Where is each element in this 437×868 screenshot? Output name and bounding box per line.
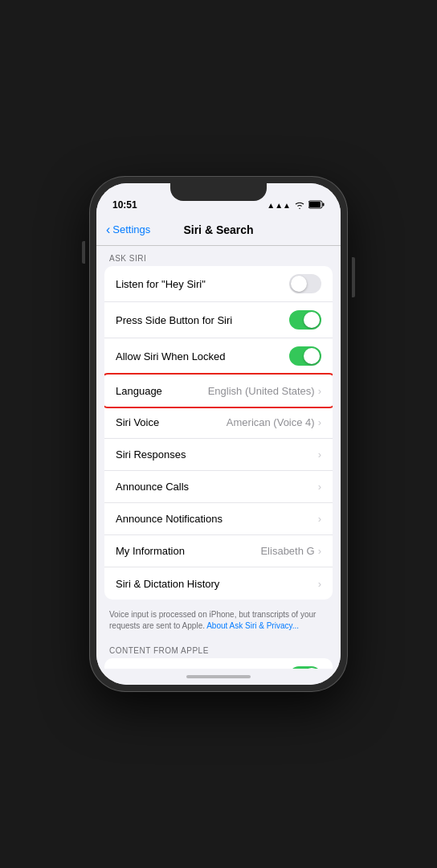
home-bar xyxy=(186,675,251,678)
phone-frame: 10:51 ▲▲▲ xyxy=(90,177,347,691)
status-icons: ▲▲▲ xyxy=(267,200,325,211)
toggle-knob xyxy=(304,668,320,669)
volume-button xyxy=(82,241,85,264)
announce-calls-label: Announce Calls xyxy=(116,481,318,493)
notch xyxy=(170,183,267,201)
language-row-container: Language English (United States) › xyxy=(104,375,333,407)
listen-hey-siri-toggle[interactable] xyxy=(289,274,321,293)
listen-hey-siri-row[interactable]: Listen for "Hey Siri" xyxy=(104,266,333,302)
language-label: Language xyxy=(116,385,208,397)
home-indicator xyxy=(96,669,341,685)
announce-notifications-chevron-icon: › xyxy=(318,513,321,525)
siri-voice-value: American (Voice 4) xyxy=(227,416,315,428)
status-time: 10:51 xyxy=(112,199,137,211)
announce-notifications-row[interactable]: Announce Notifications › xyxy=(104,503,333,535)
nav-bar: ‹ Settings Siri & Search xyxy=(96,214,341,246)
allow-locked-label: Allow Siri When Locked xyxy=(116,350,289,362)
wifi-icon xyxy=(294,201,305,211)
content-from-apple-section-label: CONTENT FROM APPLE xyxy=(96,638,341,658)
announce-notifications-label: Announce Notifications xyxy=(116,513,318,525)
siri-dictation-chevron-icon: › xyxy=(318,578,321,590)
signal-icon: ▲▲▲ xyxy=(267,201,291,210)
allow-locked-toggle[interactable] xyxy=(289,346,321,366)
press-side-button-toggle[interactable] xyxy=(289,310,321,330)
content-from-apple-group: Show in Look Up Show in Spotlight xyxy=(104,658,333,669)
press-side-button-row[interactable]: Press Side Button for Siri xyxy=(104,302,333,338)
toggle-knob xyxy=(304,312,320,328)
siri-responses-label: Siri Responses xyxy=(116,448,318,461)
my-information-label: My Information xyxy=(116,545,260,557)
siri-responses-row[interactable]: Siri Responses › xyxy=(104,439,333,471)
my-information-row[interactable]: My Information Elisabeth G › xyxy=(104,535,333,567)
announce-calls-row[interactable]: Announce Calls › xyxy=(104,471,333,503)
show-look-up-row[interactable]: Show in Look Up xyxy=(104,658,333,669)
ask-siri-group: Listen for "Hey Siri" Press Side Button … xyxy=(104,266,333,600)
allow-locked-row[interactable]: Allow Siri When Locked xyxy=(104,338,333,375)
ask-siri-privacy-link[interactable]: About Ask Siri & Privacy... xyxy=(206,621,299,630)
battery-icon xyxy=(308,200,325,211)
back-chevron-icon: ‹ xyxy=(106,223,110,237)
siri-dictation-label: Siri & Dictation History xyxy=(116,578,318,590)
ask-siri-footer: Voice input is processed on iPhone, but … xyxy=(96,604,341,638)
siri-dictation-row[interactable]: Siri & Dictation History › xyxy=(104,567,333,600)
show-look-up-toggle[interactable] xyxy=(289,666,321,669)
language-value: English (United States) xyxy=(208,385,315,397)
my-information-chevron-icon: › xyxy=(318,545,321,557)
phone-screen: 10:51 ▲▲▲ xyxy=(96,183,341,685)
siri-voice-chevron-icon: › xyxy=(318,416,321,428)
listen-hey-siri-label: Listen for "Hey Siri" xyxy=(116,278,289,290)
announce-calls-chevron-icon: › xyxy=(318,481,321,493)
toggle-knob xyxy=(291,276,307,292)
page-title: Siri & Search xyxy=(183,223,253,236)
siri-responses-chevron-icon: › xyxy=(318,448,321,461)
language-row[interactable]: Language English (United States) › xyxy=(104,375,333,407)
language-chevron-icon: › xyxy=(318,385,321,397)
settings-content: ASK SIRI Listen for "Hey Siri" Press Sid… xyxy=(96,246,341,669)
power-button xyxy=(352,257,355,297)
back-button[interactable]: ‹ Settings xyxy=(106,223,150,237)
my-information-value: Elisabeth G xyxy=(260,545,314,557)
toggle-knob xyxy=(304,348,320,364)
press-side-button-label: Press Side Button for Siri xyxy=(116,314,289,326)
ask-siri-section-label: ASK SIRI xyxy=(96,246,341,266)
svg-rect-2 xyxy=(323,203,325,207)
svg-rect-1 xyxy=(309,202,321,207)
siri-voice-row[interactable]: Siri Voice American (Voice 4) › xyxy=(104,407,333,439)
back-label: Settings xyxy=(112,223,150,235)
siri-voice-label: Siri Voice xyxy=(116,416,227,428)
